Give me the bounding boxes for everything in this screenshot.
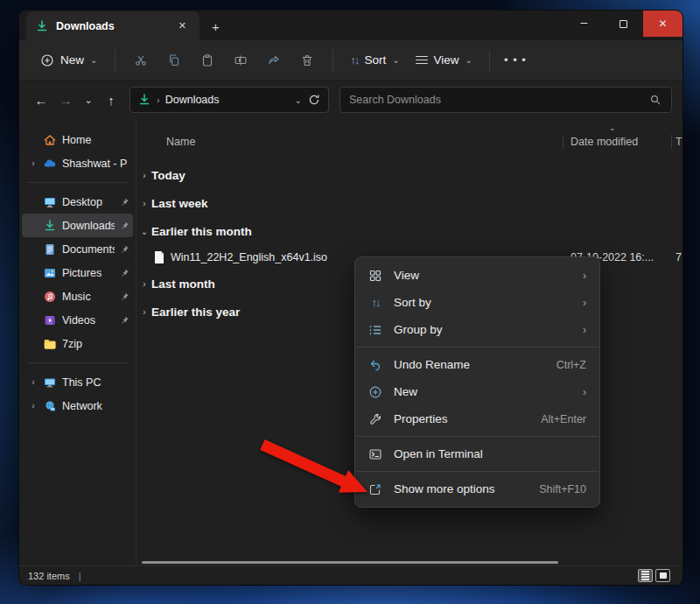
paste-button[interactable] [191, 46, 224, 74]
close-button[interactable]: ✕ [643, 11, 682, 37]
address-bar[interactable]: › Downloads ⌄ [130, 87, 329, 113]
scissors-icon [134, 53, 148, 67]
copy-button[interactable] [158, 46, 191, 74]
group-label: Last week [151, 197, 208, 210]
more-options-button[interactable]: • • • [499, 46, 532, 74]
sidebar-item-home[interactable]: Home [22, 128, 133, 151]
download-icon [43, 219, 57, 233]
column-divider[interactable] [563, 135, 564, 149]
up-button[interactable]: ↑ [100, 88, 122, 112]
submenu-arrow-icon: › [583, 270, 586, 282]
column-divider[interactable] [671, 135, 672, 149]
new-button-label: New [60, 53, 84, 67]
expand-chevron-icon[interactable]: ⌄ [139, 227, 150, 236]
maximize-button[interactable] [604, 11, 643, 37]
sidebar-item-label: Shashwat - P [62, 158, 130, 170]
sort-button-label: Sort [364, 53, 386, 67]
rename-icon [234, 53, 248, 67]
search-input[interactable] [349, 94, 643, 106]
search-icon [648, 93, 662, 107]
folder-icon [43, 337, 57, 351]
sidebar-item-7zip[interactable]: 7zip [22, 332, 133, 355]
navigation-pane: Home › Shashwat - P Desktop Downloads [19, 119, 136, 565]
new-button[interactable]: New ⌄ [32, 48, 106, 73]
context-menu-item-group-by[interactable]: Group by › [360, 316, 595, 343]
sidebar-item-music[interactable]: Music [22, 284, 133, 308]
sidebar-item-documents[interactable]: Documents [22, 237, 133, 261]
back-button[interactable]: ← [30, 88, 52, 112]
context-menu-item-open-in-terminal[interactable]: Open in Terminal [360, 440, 595, 467]
address-dropdown-icon[interactable]: ⌄ [295, 95, 302, 105]
large-icons-view-toggle[interactable] [655, 569, 670, 582]
group-label: Last month [151, 277, 215, 291]
pin-icon [120, 315, 130, 325]
context-menu-item-properties[interactable]: Properties Alt+Enter [360, 405, 595, 432]
expand-chevron-icon[interactable]: › [29, 401, 38, 411]
sidebar-item-videos[interactable]: Videos [22, 308, 133, 332]
status-divider: | [79, 571, 81, 581]
group-label: Today [151, 169, 186, 182]
forward-button[interactable]: → [54, 88, 77, 112]
rename-button[interactable] [224, 46, 257, 74]
expand-chevron-icon[interactable]: › [29, 158, 38, 168]
column-header-type[interactable]: T [676, 136, 682, 148]
column-header-date-modified[interactable]: Date modified [570, 136, 638, 148]
collapse-chevron-icon[interactable]: › [139, 307, 150, 317]
wrench-icon [368, 412, 382, 426]
expand-chevron-icon[interactable]: › [29, 377, 38, 387]
context-menu-label: View [394, 269, 571, 282]
pin-icon [120, 221, 130, 230]
sidebar-item-label: Desktop [62, 196, 115, 208]
collapse-chevron-icon[interactable]: › [139, 171, 150, 180]
this-pc-icon [43, 376, 57, 390]
toolbar-divider [332, 50, 333, 71]
search-box[interactable] [340, 87, 672, 113]
context-menu-label: Sort by [394, 296, 571, 309]
new-tab-button[interactable]: + [212, 19, 220, 34]
tab-downloads[interactable]: Downloads ✕ [26, 11, 200, 40]
collapse-chevron-icon[interactable]: › [139, 279, 150, 289]
view-list-icon [416, 56, 428, 65]
context-menu-item-view[interactable]: View › [360, 262, 595, 289]
context-menu-item-undo-rename[interactable]: Undo Rename Ctrl+Z [360, 351, 595, 378]
context-menu-label: New [394, 385, 571, 398]
recent-locations-button[interactable]: ⌄ [79, 88, 98, 112]
sidebar-item-pictures[interactable]: Pictures [22, 261, 133, 284]
context-menu-item-show-more-options[interactable]: Show more options Shift+F10 [360, 475, 595, 502]
cut-button[interactable] [124, 46, 158, 74]
horizontal-scrollbar[interactable] [142, 561, 558, 564]
sidebar-item-network[interactable]: › Network [22, 394, 133, 418]
group-row-earlier-this-month[interactable]: ⌄ Earlier this month [136, 217, 682, 245]
column-header-name[interactable]: Name [166, 136, 195, 148]
collapse-chevron-icon[interactable]: › [139, 199, 150, 208]
group-row-last-week[interactable]: › Last week [136, 189, 682, 217]
view-button-label: View [434, 53, 459, 67]
tab-title: Downloads [56, 20, 167, 32]
sidebar-item-desktop[interactable]: Desktop [22, 190, 133, 214]
pictures-icon [43, 266, 57, 280]
share-button[interactable] [257, 46, 290, 74]
toolbar-divider [115, 50, 116, 71]
sort-button[interactable]: ↑↓ Sort ⌄ [342, 48, 407, 72]
breadcrumb[interactable]: Downloads [165, 94, 220, 106]
details-view-toggle[interactable] [638, 569, 653, 582]
minimize-button[interactable]: – [564, 11, 604, 37]
sidebar-item-downloads[interactable]: Downloads [22, 214, 133, 237]
context-menu-item-new[interactable]: New › [360, 378, 595, 405]
refresh-icon[interactable] [307, 93, 321, 107]
sidebar-item-onedrive[interactable]: › Shashwat - P [22, 151, 133, 175]
tab-close-icon[interactable]: ✕ [174, 18, 191, 33]
context-menu-item-sort-by[interactable]: ↑↓ Sort by › [360, 289, 595, 316]
sidebar-divider [28, 182, 127, 183]
view-button[interactable]: View ⌄ [408, 48, 480, 72]
large-icons-view-icon [660, 572, 667, 579]
context-menu-label: Open in Terminal [394, 447, 586, 460]
group-row-today[interactable]: › Today [136, 161, 682, 189]
item-count: 132 items [28, 571, 70, 581]
sidebar-item-label: Music [62, 291, 115, 303]
submenu-arrow-icon: › [583, 386, 586, 398]
sidebar-item-this-pc[interactable]: › This PC [22, 370, 133, 394]
shortcut-text: Alt+Enter [541, 413, 586, 425]
delete-button[interactable] [290, 46, 324, 74]
context-menu-label: Group by [394, 323, 571, 336]
